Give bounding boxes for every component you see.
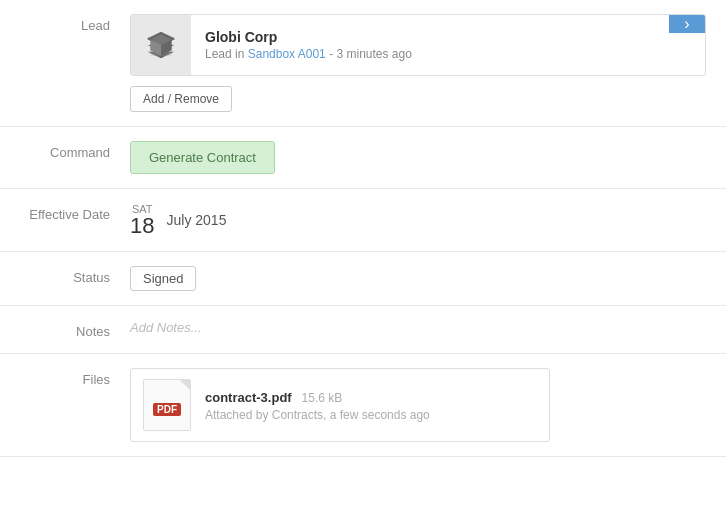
file-card: PDF contract-3.pdf 15.6 kB Attached by C… [130,368,550,442]
file-icon-wrap: PDF [143,379,191,431]
lead-card-info: Globi Corp Lead in Sandbox A001 - 3 minu… [191,19,669,71]
command-label: Command [0,141,130,160]
lead-row: Lead Glo [0,0,726,127]
lead-time-ago: - 3 minutes ago [329,47,412,61]
lead-sub: Lead in Sandbox A001 - 3 minutes ago [205,47,655,61]
lead-value: Globi Corp Lead in Sandbox A001 - 3 minu… [130,14,726,112]
lead-name: Globi Corp [205,29,655,45]
file-attached-by: Attached by Contracts, a few seconds ago [205,408,430,422]
box-icon [145,29,177,61]
files-label: Files [0,368,130,387]
lead-card: Globi Corp Lead in Sandbox A001 - 3 minu… [130,14,706,76]
file-name-line: contract-3.pdf 15.6 kB [205,389,430,405]
notes-placeholder[interactable]: Add Notes... [130,320,706,335]
lead-card-icon [131,15,191,75]
pdf-icon-label: PDF [153,403,181,416]
file-name: contract-3.pdf [205,390,292,405]
effective-date-value: Sat 18 July 2015 [130,203,726,237]
page: Lead Glo [0,0,726,517]
status-value: Signed [130,266,726,291]
notes-value: Add Notes... [130,320,726,335]
status-row: Status Signed [0,252,726,306]
generate-contract-button[interactable]: Generate Contract [130,141,275,174]
status-badge: Signed [130,266,196,291]
effective-date-row: Effective Date Sat 18 July 2015 [0,189,726,252]
add-remove-button[interactable]: Add / Remove [130,86,232,112]
effective-date-label: Effective Date [0,203,130,222]
lead-sub-prefix: Lead in [205,47,244,61]
command-value: Generate Contract [130,141,726,174]
files-row: Files PDF contract-3.pdf 15.6 kB Attache… [0,354,726,457]
date-month: July 2015 [166,212,226,228]
command-row: Command Generate Contract [0,127,726,189]
notes-label: Notes [0,320,130,339]
date-display: Sat 18 July 2015 [130,203,706,237]
lead-card-arrow-button[interactable]: › [669,15,705,33]
day-num: 18 [130,215,154,237]
date-box: Sat 18 [130,203,154,237]
notes-row: Notes Add Notes... [0,306,726,354]
lead-label: Lead [0,14,130,33]
file-info: contract-3.pdf 15.6 kB Attached by Contr… [205,389,430,422]
lead-sandbox: Sandbox A001 [248,47,326,61]
file-size: 15.6 kB [302,391,343,405]
files-value: PDF contract-3.pdf 15.6 kB Attached by C… [130,368,726,442]
main-content: Lead Glo [0,0,726,517]
status-label: Status [0,266,130,285]
